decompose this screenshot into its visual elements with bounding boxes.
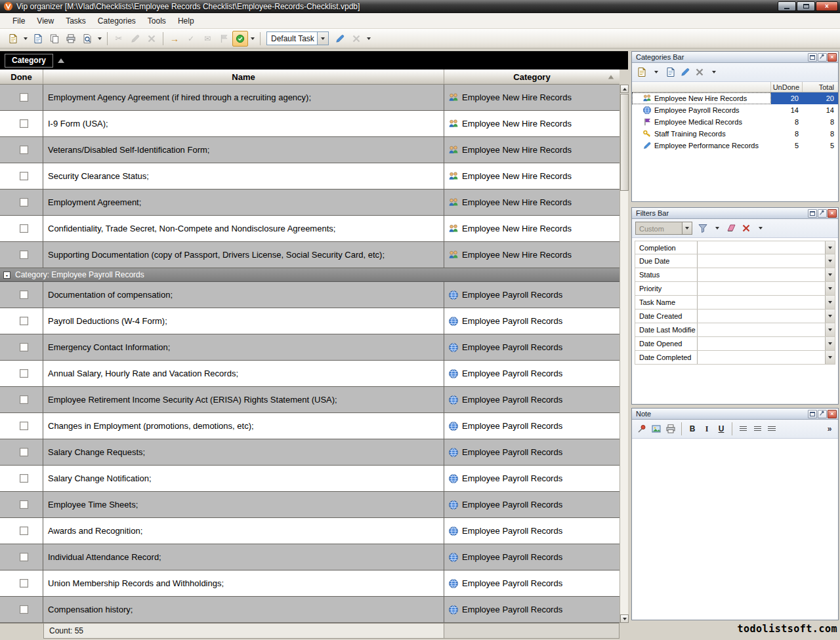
filter-dropdown-button[interactable] xyxy=(825,268,835,281)
task-row[interactable]: Salary Change Requests;Employee Payroll … xyxy=(0,439,620,466)
filter-dropdown-button[interactable] xyxy=(825,254,835,268)
filter-value-cell[interactable] xyxy=(698,254,825,268)
print-preview-button[interactable] xyxy=(79,31,95,47)
task-row[interactable]: Changes in Employment (promotions, demot… xyxy=(0,413,620,439)
panel-pin-button[interactable] xyxy=(818,53,827,62)
task-row[interactable]: Salary Change Notification;Employee Payr… xyxy=(0,466,620,492)
delete-task-button[interactable] xyxy=(144,31,159,47)
task-checkbox[interactable] xyxy=(20,343,28,351)
scroll-down-button[interactable] xyxy=(620,614,629,623)
task-checkbox[interactable] xyxy=(20,553,28,561)
task-row[interactable]: Awards and Recognition;Employee Payroll … xyxy=(0,518,620,544)
group-by-chip[interactable]: Category xyxy=(5,54,53,68)
filter-dropdown-button[interactable] xyxy=(825,337,835,350)
combo-dropdown-button[interactable] xyxy=(317,32,328,45)
filter-value-cell[interactable] xyxy=(698,296,825,309)
clear-default-task-button[interactable] xyxy=(348,31,364,47)
task-row[interactable]: Compensation history;Employee Payroll Re… xyxy=(0,597,620,623)
task-checkbox[interactable] xyxy=(20,527,28,535)
close-button[interactable]: × xyxy=(816,1,838,11)
filter-dropdown-button[interactable] xyxy=(825,282,835,295)
task-checkbox[interactable] xyxy=(20,317,28,325)
task-row[interactable]: Individual Attendance Record;Employee Pa… xyxy=(0,544,620,570)
apply-filter-button[interactable] xyxy=(696,221,709,235)
menu-tools[interactable]: Tools xyxy=(142,13,172,28)
panel-pin-button[interactable] xyxy=(818,410,827,418)
note-editor[interactable] xyxy=(632,439,838,620)
clear-filter-button[interactable] xyxy=(725,221,738,235)
underline-button[interactable]: U xyxy=(715,422,728,436)
combo-dropdown-button[interactable] xyxy=(682,222,692,234)
column-header-undone[interactable]: UnDone xyxy=(771,82,803,92)
column-header-name[interactable]: Name xyxy=(43,70,444,84)
maximize-button[interactable] xyxy=(797,1,815,11)
panel-restore-button[interactable] xyxy=(808,53,817,62)
filter-dropdown-button[interactable] xyxy=(825,351,835,364)
italic-button[interactable]: I xyxy=(700,422,713,436)
collapse-icon[interactable]: - xyxy=(3,271,10,279)
note-overflow-chevron[interactable]: » xyxy=(823,422,836,436)
task-row[interactable]: Employment Agency Agreement (if hired th… xyxy=(0,85,620,111)
task-checkbox[interactable] xyxy=(20,605,28,614)
show-completed-dropdown[interactable] xyxy=(249,31,257,47)
align-right-button[interactable] xyxy=(751,422,764,436)
delete-category-button[interactable] xyxy=(693,65,706,79)
filter-value-cell[interactable] xyxy=(698,241,825,254)
task-row[interactable]: Supporting Documentation (copy of Passpo… xyxy=(0,242,620,268)
align-left-button[interactable] xyxy=(736,422,749,436)
task-checkbox[interactable] xyxy=(20,146,28,154)
new-note-button[interactable] xyxy=(30,31,46,47)
menu-tasks[interactable]: Tasks xyxy=(60,13,92,28)
task-checkbox[interactable] xyxy=(20,448,28,456)
minimize-button[interactable] xyxy=(778,1,796,11)
category-item[interactable]: Employee Payroll Records1414 xyxy=(632,104,838,116)
task-checkbox[interactable] xyxy=(20,579,28,588)
scrollbar-thumb[interactable] xyxy=(620,94,629,191)
category-item[interactable]: Employee Performance Records55 xyxy=(632,140,838,151)
menu-help[interactable]: Help xyxy=(172,13,200,28)
bold-button[interactable]: B xyxy=(686,422,699,436)
task-row[interactable]: Employee Time Sheets;Employee Payroll Re… xyxy=(0,492,620,518)
panel-close-button[interactable]: × xyxy=(828,209,837,218)
set-default-task-button[interactable] xyxy=(332,31,348,47)
task-checkbox[interactable] xyxy=(20,250,28,259)
group-header-row[interactable]: -Category: Employee Payroll Records xyxy=(0,268,620,282)
task-checkbox[interactable] xyxy=(20,224,28,233)
vertical-scrollbar[interactable] xyxy=(620,85,628,623)
cut-button[interactable]: ✂ xyxy=(111,31,127,47)
filter-dropdown-button[interactable] xyxy=(825,310,835,323)
new-category-dropdown[interactable] xyxy=(650,65,663,79)
delete-category-dropdown[interactable] xyxy=(707,65,721,79)
filter-dropdown-button[interactable] xyxy=(825,296,835,309)
category-item[interactable]: Employee New Hire Records2020 xyxy=(632,92,838,104)
category-item[interactable]: Staff Training Records88 xyxy=(632,128,838,140)
task-checkbox[interactable] xyxy=(20,422,28,430)
task-row[interactable]: I-9 Form (USA);Employee New Hire Records xyxy=(0,111,620,137)
task-checkbox[interactable] xyxy=(20,172,28,180)
task-row[interactable]: Payroll Deductions (W-4 Form);Employee P… xyxy=(0,308,620,334)
move-task-button[interactable]: → xyxy=(167,31,182,47)
task-row[interactable]: Security Clearance Status;Employee New H… xyxy=(0,163,620,190)
task-row[interactable]: Annual Salary, Hourly Rate and Vacation … xyxy=(0,361,620,387)
attach-note-button[interactable] xyxy=(635,422,648,436)
print-button[interactable] xyxy=(63,31,79,47)
panel-close-button[interactable]: × xyxy=(828,410,837,418)
new-category-button[interactable] xyxy=(635,65,648,79)
menu-categories[interactable]: Categories xyxy=(92,13,142,28)
apply-filter-dropdown[interactable] xyxy=(711,221,724,235)
filters-overflow-dropdown[interactable] xyxy=(754,221,767,235)
panel-close-button[interactable]: × xyxy=(828,53,837,62)
default-task-combo[interactable]: Default Task xyxy=(266,31,329,45)
column-header-total[interactable]: Total xyxy=(803,82,838,92)
edit-task-button[interactable] xyxy=(127,31,143,47)
column-header-done[interactable]: Done xyxy=(0,70,43,84)
panel-restore-button[interactable] xyxy=(808,410,817,418)
delete-filter-button[interactable] xyxy=(740,221,753,235)
toolbar-overflow-dropdown[interactable] xyxy=(365,31,373,47)
flag-task-button[interactable] xyxy=(216,31,232,47)
insert-image-button[interactable] xyxy=(650,422,663,436)
new-task-dropdown[interactable] xyxy=(22,31,30,47)
filter-value-cell[interactable] xyxy=(698,323,825,336)
edit-category-button[interactable] xyxy=(679,65,692,79)
task-row[interactable]: Emergency Contact Information;Employee P… xyxy=(0,334,620,361)
